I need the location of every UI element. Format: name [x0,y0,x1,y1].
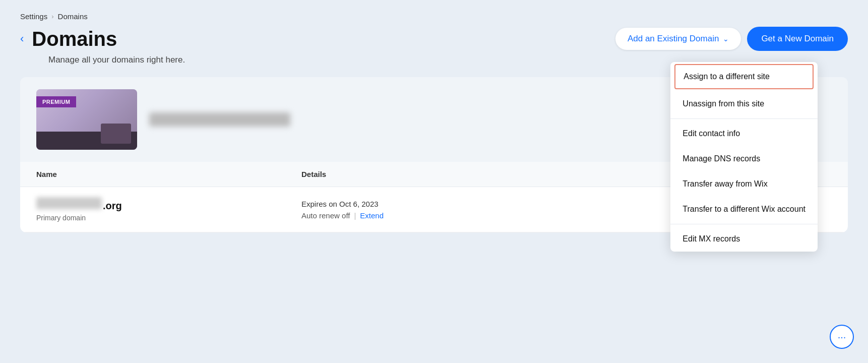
domain-blurred [36,197,102,209]
table-header-details: Details [301,170,567,178]
dropdown-item-edit-mx[interactable]: Edit MX records [670,226,818,252]
back-arrow[interactable]: ‹ [20,32,24,45]
dropdown-item-transfer-away[interactable]: Transfer away from Wix [670,171,818,197]
dropdown-item-transfer-different[interactable]: Transfer to a different Wix account [670,197,818,222]
page-container: Settings › Domains ‹ Domains Add an Exis… [0,0,868,363]
dropdown-divider-2 [670,224,818,224]
breadcrumb-separator: › [51,13,53,20]
domain-details-cell: Expires on Oct 6, 2023 Auto renew off | … [301,200,567,220]
dropdown-menu: Assign to a different site Unassign from… [670,62,818,252]
add-existing-button[interactable]: Add an Existing Domain ⌄ [615,28,741,50]
dropdown-divider-1 [670,118,818,119]
auto-renew-row: Auto renew off | Extend [301,211,567,220]
chat-bubble[interactable]: ··· [830,325,854,349]
primary-domain-label: Primary domain [36,214,301,222]
dropdown-item-edit-contact[interactable]: Edit contact info [670,121,818,146]
dropdown-item-manage-dns[interactable]: Manage DNS records [670,146,818,171]
thumbnail-image-block [101,124,131,144]
breadcrumb-domains[interactable]: Domains [58,12,88,21]
header-actions: Add an Existing Domain ⌄ Get a New Domai… [615,27,848,51]
table-header-name: Name [36,170,301,178]
premium-badge: PREMIUM [36,96,76,107]
header: ‹ Domains Add an Existing Domain ⌄ Get a… [20,27,848,51]
breadcrumb-settings[interactable]: Settings [20,12,47,21]
page-title: Domains [32,28,117,50]
expires-text: Expires on Oct 6, 2023 [301,200,567,208]
get-new-domain-button[interactable]: Get a New Domain [747,27,848,51]
chevron-down-icon: ⌄ [723,35,729,43]
site-name-blurred [149,112,290,127]
domain-tld: .org [103,200,122,212]
header-left: ‹ Domains [20,28,117,50]
domain-name-text: .org [36,197,301,212]
site-thumbnail: PREMIUM [36,89,137,150]
separator: | [354,211,356,220]
extend-link[interactable]: Extend [360,211,384,220]
dropdown-item-unassign[interactable]: Unassign from this site [670,91,818,116]
dropdown-item-assign[interactable]: Assign to a different site [674,64,814,89]
chat-icon: ··· [838,331,846,343]
add-existing-label: Add an Existing Domain [628,34,719,44]
auto-renew-text: Auto renew off [301,211,350,220]
breadcrumb: Settings › Domains [20,0,848,27]
domain-name-cell: .org Primary domain [36,197,301,222]
